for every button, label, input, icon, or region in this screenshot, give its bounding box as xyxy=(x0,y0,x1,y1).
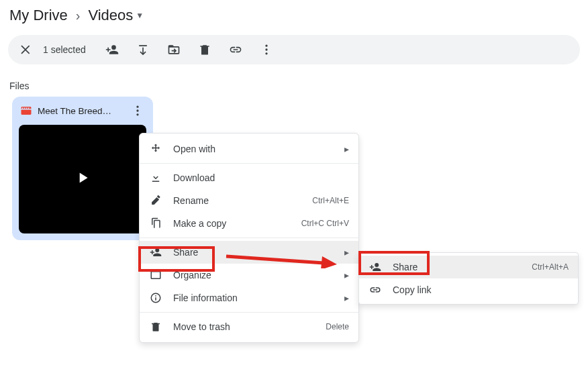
menu-make-copy[interactable]: Make a copy Ctrl+C Ctrl+V xyxy=(140,212,358,235)
menu-rename[interactable]: Rename Ctrl+Alt+E xyxy=(140,189,358,212)
menu-rename-shortcut: Ctrl+Alt+E xyxy=(312,196,349,205)
breadcrumb-current-label: Videos xyxy=(88,7,133,24)
menu-make-copy-label: Make a copy xyxy=(173,218,291,229)
chevron-right-icon: ▸ xyxy=(344,270,349,280)
menu-separator xyxy=(140,238,358,238)
breadcrumb-current[interactable]: Videos ▼ xyxy=(88,7,144,24)
info-icon xyxy=(149,292,162,304)
file-card-header: Meet The Breed… xyxy=(12,97,153,125)
menu-share[interactable]: Share ▸ xyxy=(140,241,358,264)
file-preview[interactable] xyxy=(19,125,146,233)
file-card[interactable]: Meet The Breed… xyxy=(12,97,153,240)
chevron-right-icon: ▸ xyxy=(344,144,349,154)
breadcrumb: My Drive › Videos ▼ xyxy=(0,0,588,28)
play-icon xyxy=(74,169,91,189)
menu-file-info-label: File information xyxy=(173,293,334,303)
submenu-copy-link-label: Copy link xyxy=(393,284,569,295)
context-menu: Open with ▸ Download Rename Ctrl+Alt+E M… xyxy=(139,133,359,343)
rename-icon xyxy=(149,195,162,207)
files-section-label: Files xyxy=(0,64,588,97)
share-submenu: Share Ctrl+Alt+A Copy link xyxy=(358,252,579,305)
menu-separator xyxy=(140,312,358,313)
move-button[interactable] xyxy=(166,42,181,57)
folder-icon xyxy=(149,269,162,281)
person-add-icon xyxy=(369,261,382,273)
more-actions-button[interactable] xyxy=(259,42,274,57)
menu-organize[interactable]: Organize ▸ xyxy=(140,264,358,286)
breadcrumb-separator-icon: › xyxy=(76,8,81,23)
chevron-down-icon: ▼ xyxy=(136,11,144,20)
submenu-copy-link[interactable]: Copy link xyxy=(359,278,578,301)
chevron-right-icon: ▸ xyxy=(344,247,349,258)
menu-trash-shortcut: Delete xyxy=(326,322,349,331)
download-button[interactable] xyxy=(136,42,150,57)
menu-organize-label: Organize xyxy=(173,270,334,280)
file-name: Meet The Breed… xyxy=(38,106,125,116)
menu-share-label: Share xyxy=(173,247,334,258)
chevron-right-icon: ▸ xyxy=(344,293,349,303)
menu-file-info[interactable]: File information ▸ xyxy=(140,286,358,309)
menu-download[interactable]: Download xyxy=(140,166,358,189)
submenu-share-label: Share xyxy=(393,262,521,272)
submenu-share[interactable]: Share Ctrl+Alt+A xyxy=(359,256,578,278)
menu-trash[interactable]: Move to trash Delete xyxy=(140,315,358,338)
trash-icon xyxy=(149,321,162,333)
submenu-share-shortcut: Ctrl+Alt+A xyxy=(532,262,569,272)
breadcrumb-root[interactable]: My Drive xyxy=(9,7,68,24)
menu-make-copy-shortcut: Ctrl+C Ctrl+V xyxy=(301,219,349,228)
get-link-button[interactable] xyxy=(228,42,243,57)
selection-count: 1 selected xyxy=(43,44,86,55)
download-icon xyxy=(149,172,162,184)
person-add-icon xyxy=(149,246,162,258)
menu-rename-label: Rename xyxy=(173,195,301,206)
open-with-icon xyxy=(149,143,162,155)
copy-icon xyxy=(149,217,162,229)
delete-button[interactable] xyxy=(197,42,212,57)
menu-open-with-label: Open with xyxy=(173,144,334,154)
video-file-icon xyxy=(20,105,32,117)
share-person-add-button[interactable] xyxy=(105,42,119,57)
breadcrumb-root-label: My Drive xyxy=(9,7,68,24)
menu-trash-label: Move to trash xyxy=(173,321,315,332)
link-icon xyxy=(369,284,382,296)
menu-separator xyxy=(140,163,358,164)
menu-open-with[interactable]: Open with ▸ xyxy=(140,138,358,160)
close-selection-button[interactable] xyxy=(19,42,34,57)
menu-download-label: Download xyxy=(173,172,349,183)
selection-action-bar: 1 selected xyxy=(8,35,580,64)
file-more-button[interactable] xyxy=(130,103,145,118)
